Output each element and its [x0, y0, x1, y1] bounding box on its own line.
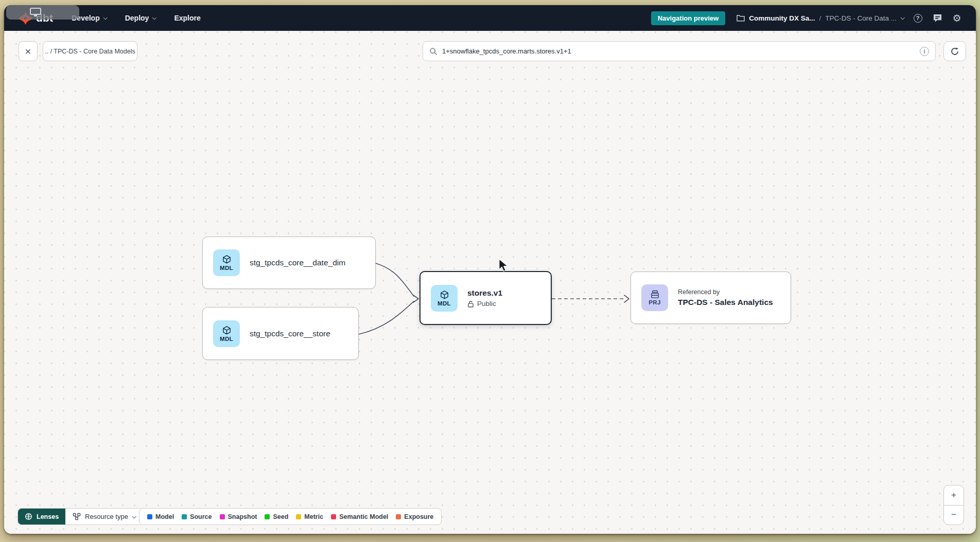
cube-icon [440, 290, 449, 300]
account-name: Community DX Sa... [749, 14, 815, 22]
legend-item: Metric [296, 513, 323, 520]
minus-icon: − [951, 510, 956, 520]
screen-recording-overlay [6, 5, 79, 20]
legend-swatch [182, 514, 187, 519]
legend-item: Seed [265, 513, 288, 520]
access-level: Public [467, 300, 502, 308]
legend-swatch [296, 514, 301, 519]
lenses-button[interactable]: Lenses [18, 509, 65, 525]
refresh-icon [950, 47, 959, 56]
settings-button[interactable]: ⚙ [951, 12, 962, 24]
model-icon: MDL [213, 249, 240, 276]
resource-badge: MDL [220, 336, 233, 342]
legend-label: Seed [273, 513, 288, 520]
node-label: stg_tpcds_core__date_dim [250, 258, 345, 267]
lens-icon [25, 513, 32, 520]
legend-label: Exposure [404, 513, 433, 520]
chevron-down-icon [900, 15, 904, 20]
question-icon: ? [914, 14, 922, 23]
resource-badge: MDL [220, 265, 233, 271]
graph-nodes-icon [73, 513, 81, 520]
legend-swatch [220, 514, 225, 519]
main-menu: Develop Deploy Explore [72, 14, 201, 22]
legend-swatch [147, 514, 152, 519]
legend-label: Snapshot [228, 513, 257, 520]
resource-legend: ModelSourceSnapshotSeedMetricSemantic Mo… [139, 508, 442, 525]
navbar-right: Navigation preview Community DX Sa... / … [651, 11, 962, 25]
close-icon: × [25, 45, 31, 58]
chevron-down-icon [152, 15, 156, 20]
plus-icon: + [951, 490, 956, 500]
menu-deploy[interactable]: Deploy [125, 14, 156, 22]
info-icon[interactable]: i [920, 47, 929, 56]
breadcrumb-label: .. / TPC-DS - Core Data Models [45, 48, 135, 55]
model-icon: MDL [213, 320, 240, 347]
cube-icon [222, 326, 232, 335]
legend-label: Metric [304, 513, 323, 520]
legend-swatch [396, 514, 401, 519]
legend-item: Semantic Model [331, 513, 388, 520]
zoom-in-button[interactable]: + [944, 485, 964, 505]
resource-badge: PRJ [649, 299, 661, 305]
folder-icon [737, 14, 745, 22]
lineage-search: i [423, 41, 936, 61]
picker-separator: / [819, 14, 821, 22]
node-label: stg_tpcds_core__store [250, 329, 330, 338]
navigation-preview-badge[interactable]: Navigation preview [651, 11, 725, 25]
chevron-down-icon [103, 15, 107, 20]
resource-type-label: Resource type [85, 513, 128, 520]
chat-bubble-icon [933, 13, 942, 23]
display-icon [30, 8, 41, 15]
project-icon: PRJ [641, 284, 668, 311]
legend-item: Source [182, 513, 212, 520]
stack-icon [650, 290, 660, 299]
node-stg-tpcds-core-date-dim[interactable]: MDL stg_tpcds_core__date_dim [202, 237, 376, 289]
search-input[interactable] [442, 47, 915, 55]
legend-label: Semantic Model [339, 513, 388, 520]
resource-badge: MDL [437, 300, 451, 306]
node-stg-tpcds-core-store[interactable]: MDL stg_tpcds_core__store [202, 307, 359, 360]
legend-swatch [265, 514, 270, 519]
unlock-icon [467, 300, 474, 308]
breadcrumb[interactable]: .. / TPC-DS - Core Data Models [43, 41, 137, 61]
search-icon [429, 47, 437, 56]
account-project-picker[interactable]: Community DX Sa... / TPC-DS - Core Data … [737, 14, 904, 22]
model-icon: MDL [431, 285, 458, 312]
menu-explore-label: Explore [174, 14, 200, 22]
top-navbar: dbt Develop Deploy Explore Navigation pr… [4, 5, 976, 31]
legend-item: Snapshot [220, 513, 257, 520]
app-window: dbt Develop Deploy Explore Navigation pr… [4, 5, 976, 534]
node-kicker: Referenced by [678, 288, 773, 296]
refresh-lineage-button[interactable] [943, 41, 966, 61]
legend-label: Source [190, 513, 212, 520]
node-label: stores.v1 [467, 288, 502, 298]
resource-type-dropdown[interactable]: Resource type [65, 509, 143, 525]
legend-item: Exposure [396, 513, 433, 520]
project-name: TPC-DS - Core Data ... [825, 14, 897, 22]
node-tpcds-sales-analytics[interactable]: PRJ Referenced by TPC-DS - Sales Analyti… [631, 272, 791, 324]
gear-icon: ⚙ [952, 13, 961, 23]
feedback-button[interactable] [932, 12, 943, 24]
chevron-down-icon [132, 514, 136, 518]
zoom-controls: + − [943, 485, 964, 525]
zoom-out-button[interactable]: − [944, 505, 964, 525]
cube-icon [222, 255, 232, 264]
legend-label: Model [155, 513, 174, 520]
close-lineage-button[interactable]: × [19, 41, 38, 61]
help-button[interactable]: ? [912, 12, 923, 24]
access-label: Public [477, 300, 496, 308]
legend-swatch [331, 514, 336, 519]
node-stores-v1[interactable]: MDL stores.v1 Public [419, 271, 552, 325]
menu-explore[interactable]: Explore [174, 14, 200, 22]
lenses-label: Lenses [37, 513, 59, 520]
legend-item: Model [147, 513, 174, 520]
menu-deploy-label: Deploy [125, 14, 149, 22]
lens-controls: Lenses Resource type [18, 508, 143, 525]
node-label: TPC-DS - Sales Analytics [678, 298, 773, 307]
